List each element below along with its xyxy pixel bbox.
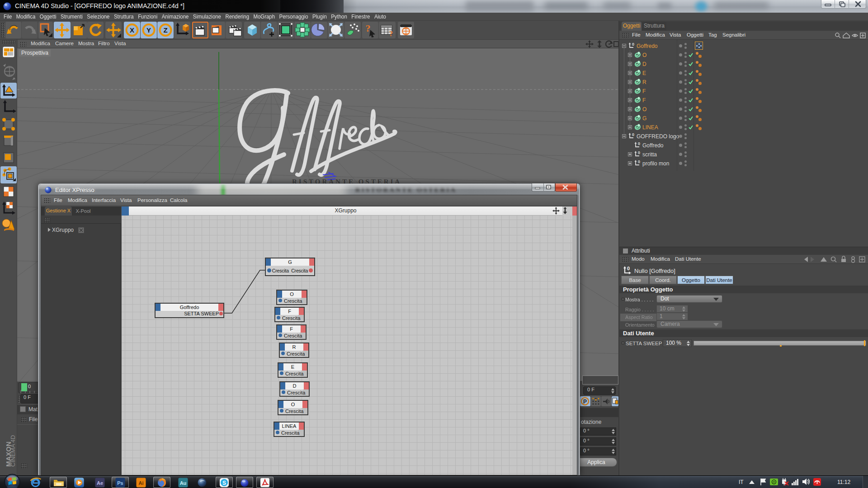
svg-text:Ps: Ps [117,480,123,486]
svg-text:?: ? [366,23,371,34]
svg-text:0: 0 [627,266,630,271]
svg-text:Ai: Ai [139,480,144,486]
svg-text:?: ? [389,30,393,38]
svg-text:S: S [222,480,226,486]
svg-text:Au: Au [180,480,187,486]
svg-text:Y: Y [146,26,151,34]
svg-text:P: P [583,399,587,405]
svg-text:Z: Z [163,26,167,34]
svg-text:X: X [130,26,134,34]
svg-text:Ae: Ae [97,480,103,486]
